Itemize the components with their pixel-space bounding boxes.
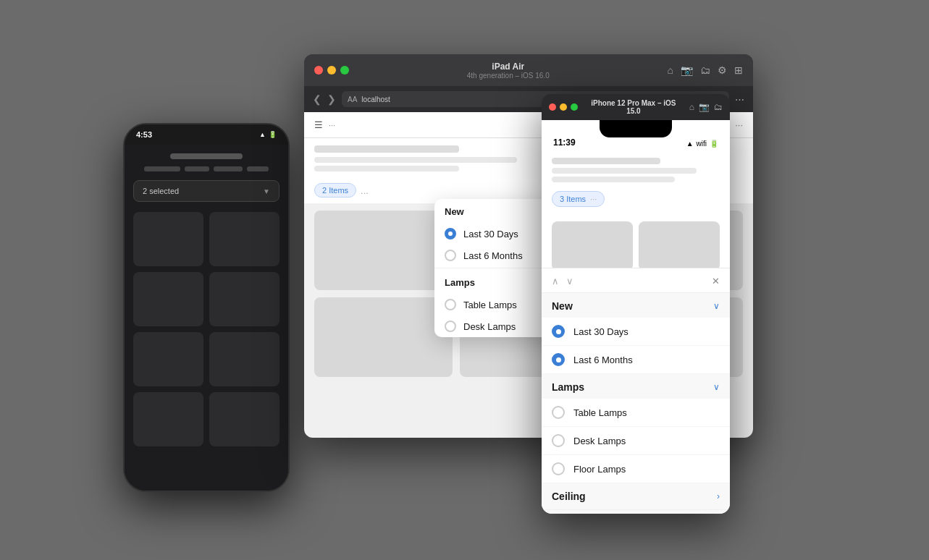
ipad-items-more[interactable]: ...	[361, 185, 369, 196]
ipad-title-area: iPad Air 4th generation – iOS 16.0	[358, 61, 659, 80]
filter-close-button[interactable]: ✕	[712, 276, 720, 287]
iphone-camera-icon[interactable]: 📷	[699, 102, 710, 112]
android-grid-item	[133, 332, 203, 386]
iphone-close-button[interactable]	[549, 103, 556, 111]
ipad-toolbar-icons: ⌂ 📷 🗂 ⚙ ⊞	[668, 64, 743, 76]
iphone-traffic-lights	[549, 103, 578, 111]
iphone-files-icon[interactable]: 🗂	[714, 102, 723, 112]
iphone-dd-desklamps-item[interactable]: Desk Lamps	[542, 427, 730, 455]
iphone-dd-lamps-title: Lamps	[552, 381, 584, 393]
iphone-dd-desklamps-radio[interactable]	[552, 434, 565, 447]
iphone-dd-floorlamps-item[interactable]: Floor Lamps	[542, 455, 730, 483]
iphone-items-count: 3 Items	[560, 195, 586, 203]
iphone-status-icons: ▲ wifi 🔋	[686, 140, 718, 148]
filter-down-button[interactable]: ∨	[566, 276, 573, 287]
settings-icon[interactable]: ⚙	[718, 64, 727, 76]
android-status-icons: ▲ 🔋	[259, 131, 277, 138]
iphone-maximize-button[interactable]	[571, 103, 578, 111]
iphone-header-block2	[552, 168, 697, 174]
android-subtitle-row	[133, 166, 279, 171]
android-sub1	[144, 166, 180, 171]
iphone-titlebar: iPhone 12 Pro Max – iOS 15.0 ⌂ 📷 🗂	[542, 94, 730, 120]
forward-button[interactable]: ❯	[327, 93, 336, 105]
iphone-ceiling-chevron: ›	[717, 491, 720, 501]
sidebar-toggle-icon[interactable]: ☰	[314, 119, 323, 130]
iphone-items-bar: 3 Items ···	[552, 187, 720, 214]
iphone-title-info: iPhone 12 Pro Max – iOS 15.0	[584, 99, 684, 115]
iphone-device-name: iPhone 12 Pro Max – iOS 15.0	[584, 99, 684, 115]
iphone-dd-lamps-chevron: ∨	[713, 382, 720, 392]
ipad-traffic-lights	[314, 66, 349, 75]
android-sub4	[247, 166, 269, 171]
iphone-dd-floorlamps-label: Floor Lamps	[573, 464, 626, 475]
iphone-byroom-row[interactable]: By Room ∨	[542, 510, 730, 514]
android-grid-item	[209, 392, 279, 446]
iphone-dd-tablelamps-radio[interactable]	[552, 406, 565, 419]
iphone-minimize-button[interactable]	[560, 103, 567, 111]
filter-nav-btns: ∧ ∨	[552, 276, 573, 287]
iphone-dd-lamps-header[interactable]: Lamps ∨	[542, 374, 730, 399]
iphone-dd-last6m-item[interactable]: Last 6 Months	[542, 346, 730, 374]
ipad-items-badge[interactable]: 2 Items	[314, 183, 356, 198]
files-icon[interactable]: 🗂	[700, 64, 710, 76]
share-icon[interactable]: ⋯	[735, 94, 744, 105]
ipad-inner-actions: ···	[735, 119, 743, 130]
iphone-grid-item	[639, 221, 720, 271]
dd-desklamps-radio[interactable]	[445, 321, 456, 332]
ipad-header-block3	[314, 166, 459, 171]
iphone-notch	[600, 120, 672, 137]
android-grid-item	[209, 332, 279, 386]
dd-last6m-radio[interactable]	[445, 250, 456, 261]
iphone-home-icon[interactable]: ⌂	[689, 102, 694, 112]
android-grid-item	[209, 212, 279, 266]
iphone-dd-new-chevron: ∨	[713, 301, 720, 311]
dd-new-title: New	[445, 206, 464, 217]
iphone-items-badge[interactable]: 3 Items ···	[552, 191, 605, 207]
ipad-device-subtitle: 4th generation – iOS 16.0	[358, 72, 659, 80]
android-grid-item	[209, 272, 279, 326]
iphone-dd-tablelamps-label: Table Lamps	[573, 407, 627, 418]
dd-last6m-label: Last 6 Months	[463, 250, 523, 261]
back-button[interactable]: ❮	[313, 93, 321, 105]
iphone-dd-desklamps-label: Desk Lamps	[573, 436, 626, 446]
android-title-bar	[133, 153, 279, 159]
iphone-dd-last30-label: Last 30 Days	[573, 326, 629, 337]
ipad-grid-item	[314, 211, 453, 290]
ipad-minimize-button[interactable]	[327, 66, 336, 75]
dd-tablelamps-radio[interactable]	[445, 299, 456, 310]
chevron-down-icon: ▼	[263, 187, 270, 195]
filter-up-button[interactable]: ∧	[552, 276, 559, 287]
dd-tablelamps-label: Table Lamps	[463, 300, 517, 310]
breadcrumb-text: ···	[329, 121, 335, 130]
iphone-dd-tablelamps-item[interactable]: Table Lamps	[542, 399, 730, 427]
android-dropdown[interactable]: 2 selected ▼	[133, 180, 279, 202]
iphone-dd-new-header[interactable]: New ∨	[542, 293, 730, 318]
iphone-screen: 11:39 ▲ wifi 🔋 3 Items ···	[542, 120, 730, 514]
android-grid-item	[133, 392, 203, 446]
iphone-grid-item	[552, 221, 633, 271]
iphone-dd-new-title: New	[552, 300, 573, 312]
grid-icon[interactable]: ⊞	[734, 64, 743, 76]
iphone-header-block1	[552, 158, 660, 164]
android-time: 4:53	[136, 130, 152, 139]
dd-last30-radio[interactable]	[445, 228, 456, 239]
ipad-maximize-button[interactable]	[340, 66, 349, 75]
home-icon[interactable]: ⌂	[668, 64, 673, 76]
iphone-dd-last30-item[interactable]: Last 30 Days	[542, 318, 730, 346]
android-status-bar: 4:53 ▲ 🔋	[125, 124, 288, 145]
iphone-dd-last6m-radio[interactable]	[552, 353, 565, 366]
battery-icon: 🔋	[269, 131, 277, 138]
android-phone: 4:53 ▲ 🔋 2 selected ▼	[123, 123, 290, 492]
iphone-wifi-icon: wifi	[697, 140, 707, 148]
more-icon[interactable]: ···	[735, 119, 743, 130]
iphone-ceiling-row[interactable]: Ceiling ›	[542, 483, 730, 510]
iphone-header-block3	[552, 177, 675, 182]
iphone-dd-last30-radio[interactable]	[552, 325, 565, 338]
wifi-icon: ▲	[259, 131, 266, 138]
camera-icon[interactable]: 📷	[681, 64, 693, 76]
iphone-dd-floorlamps-radio[interactable]	[552, 462, 565, 475]
ipad-close-button[interactable]	[314, 66, 323, 75]
android-grid	[133, 212, 279, 446]
iphone-window: iPhone 12 Pro Max – iOS 15.0 ⌂ 📷 🗂 11:39…	[542, 94, 730, 514]
iphone-items-dots: ···	[590, 195, 597, 203]
